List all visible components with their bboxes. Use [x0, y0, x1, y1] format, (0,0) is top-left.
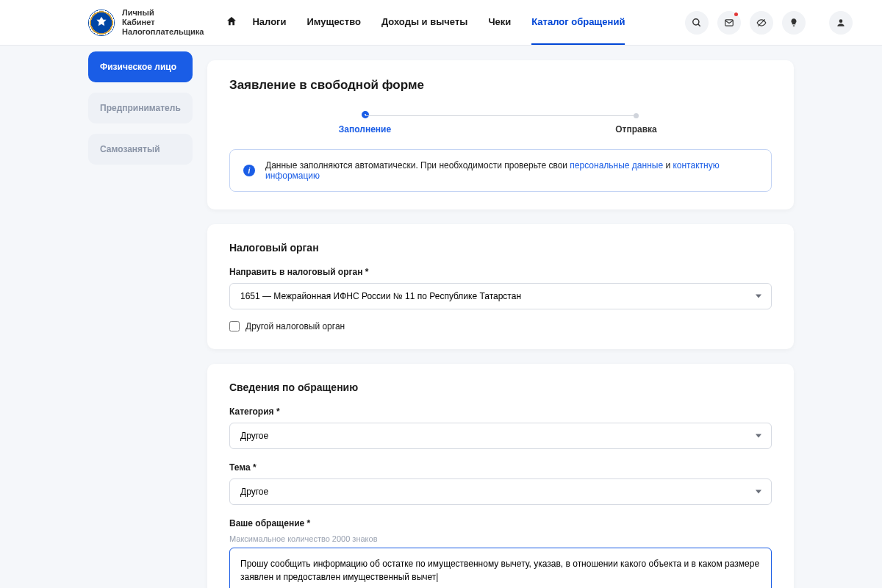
org-label: Направить в налоговый орган * — [229, 267, 772, 277]
step-send: Отправка — [501, 110, 772, 135]
topic-label: Тема * — [229, 462, 772, 473]
sidebar-individual[interactable]: Физическое лицо — [88, 51, 193, 82]
emblem-icon — [88, 10, 115, 36]
logo-text: Личный Кабинет Налогоплательщика — [122, 8, 204, 37]
page-title: Заявление в свободной форме — [229, 78, 772, 93]
org-section-title: Налоговый орган — [229, 242, 772, 254]
bulb-icon[interactable] — [782, 11, 806, 35]
main-content: Заявление в свободной форме Заполнение О… — [207, 60, 794, 588]
category-select[interactable] — [229, 423, 772, 449]
message-label: Ваше обращение * — [229, 518, 772, 528]
nav-catalog[interactable]: Каталог обращений — [531, 0, 625, 45]
sidebar-entrepreneur[interactable]: Предприниматель — [88, 93, 193, 123]
search-icon[interactable] — [685, 11, 709, 35]
org-select[interactable] — [229, 283, 772, 309]
details-section-title: Сведения по обращению — [229, 381, 772, 393]
other-org-checkbox[interactable]: Другой налоговый орган — [229, 321, 772, 331]
mail-icon[interactable] — [717, 11, 741, 35]
nav-checks[interactable]: Чеки — [488, 0, 511, 45]
nav-income[interactable]: Доходы и вычеты — [381, 0, 467, 45]
sidebar: Физическое лицо Предприниматель Самозаня… — [88, 51, 193, 588]
user-icon[interactable] — [829, 11, 853, 35]
step-fill: Заполнение — [229, 111, 501, 135]
personal-data-link[interactable]: персональные данные — [570, 160, 663, 171]
info-banner: i Данные заполняются автоматически. При … — [229, 149, 772, 192]
eye-off-icon[interactable] — [750, 11, 773, 35]
header-actions — [685, 11, 853, 35]
nav-taxes[interactable]: Налоги — [252, 0, 286, 45]
details-card: Сведения по обращению Категория * Тема *… — [207, 364, 794, 588]
category-label: Категория * — [229, 406, 772, 417]
topic-select[interactable] — [229, 478, 772, 505]
main-nav: Налоги Имущество Доходы и вычеты Чеки Ка… — [252, 0, 685, 45]
header: Личный Кабинет Налогоплательщика Налоги … — [0, 0, 882, 46]
other-org-input[interactable] — [229, 321, 240, 331]
message-textarea[interactable]: Прошу сообщить информацию об остатке по … — [229, 548, 772, 588]
sidebar-selfemployed[interactable]: Самозанятый — [88, 134, 193, 165]
info-icon: i — [243, 165, 255, 176]
home-icon[interactable] — [226, 15, 237, 30]
org-card: Налоговый орган Направить в налоговый ор… — [207, 224, 794, 349]
logo[interactable]: Личный Кабинет Налогоплательщика — [88, 8, 204, 37]
stepper: Заполнение Отправка — [229, 110, 772, 135]
title-card: Заявление в свободной форме Заполнение О… — [207, 60, 794, 209]
nav-property[interactable]: Имущество — [307, 0, 361, 45]
info-text: Данные заполняются автоматически. При не… — [265, 160, 758, 181]
svg-point-4 — [839, 19, 843, 23]
message-hint: Максимальное количество 2000 знаков — [229, 534, 772, 543]
svg-point-0 — [693, 18, 699, 24]
svg-line-1 — [698, 24, 700, 26]
